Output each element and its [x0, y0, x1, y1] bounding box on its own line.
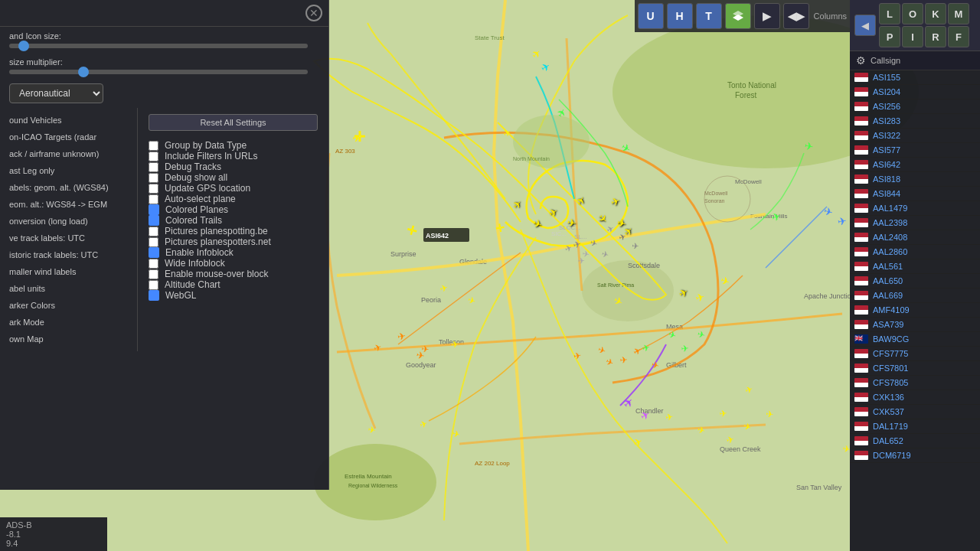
close-button[interactable]: ✕	[305, 5, 322, 21]
callsign-row-0[interactable]: ASI155	[850, 70, 980, 85]
callsign-text-3: ASI283	[873, 116, 900, 126]
callsign-row-7[interactable]: ASI818	[850, 172, 980, 187]
filter-O[interactable]: O	[902, 3, 923, 24]
size-multiplier-slider[interactable]	[9, 70, 308, 74]
left-item-3[interactable]: ast Leg only	[9, 165, 128, 177]
svg-text:✈: ✈	[641, 342, 651, 354]
callsign-row-23[interactable]: CXK537	[850, 405, 980, 419]
callsign-text-13: AAL561	[873, 262, 903, 271]
svg-text:✈: ✈	[632, 241, 639, 251]
checkbox-row-enable-infoblock: Enable Infoblock	[149, 247, 318, 258]
callsign-row-1[interactable]: ASI204	[850, 85, 980, 99]
btn-layers[interactable]	[725, 3, 751, 29]
reset-all-button[interactable]: Reset All Settings	[149, 114, 318, 131]
callsign-row-24[interactable]: DAL1719	[850, 419, 980, 434]
callsign-row-3[interactable]: ASI283	[850, 114, 980, 129]
svg-text:✈: ✈	[696, 424, 706, 436]
left-item-1[interactable]: on-ICAO Targets (radar	[9, 131, 128, 143]
settings-panel: ✕ and Icon size: size multiplier: Aerona…	[0, 0, 329, 490]
checkbox-altitude-chart[interactable]	[149, 280, 158, 290]
icon-size-slider[interactable]	[9, 44, 308, 48]
callsign-row-19[interactable]: CFS7775	[850, 347, 980, 361]
size-multiplier-thumb[interactable]	[78, 67, 89, 77]
callsign-row-10[interactable]: AAL2398	[850, 216, 980, 230]
left-item-5[interactable]: eom. alt.: WGS84 -> EGM	[9, 198, 128, 210]
checkbox-include-filters[interactable]	[149, 152, 158, 161]
svg-text:North Mountain: North Mountain	[513, 156, 550, 161]
left-item-2[interactable]: ack / airframe unknown)	[9, 148, 128, 160]
callsign-text-7: ASI818	[873, 174, 900, 184]
filter-L[interactable]: L	[879, 3, 900, 24]
callsign-row-22[interactable]: CXK136	[850, 390, 980, 405]
filter-K[interactable]: K	[925, 3, 946, 24]
filter-M[interactable]: M	[948, 3, 969, 24]
right-column: Reset All Settings Group by Data TypeInc…	[138, 108, 328, 351]
callsign-row-20[interactable]: CFS7801	[850, 361, 980, 376]
checkbox-label-debug-show-all: Debug show all	[165, 172, 227, 183]
callsign-row-17[interactable]: ASA739	[850, 318, 980, 332]
callsign-row-12[interactable]: AAL2860	[850, 245, 980, 259]
left-item-8[interactable]: istoric track labels: UTC	[9, 249, 128, 261]
callsign-row-18[interactable]: 🇬🇧BAW9CG	[850, 332, 980, 347]
checkbox-update-gps[interactable]	[149, 184, 158, 194]
callsign-row-6[interactable]: ASI642	[850, 158, 980, 172]
callsign-row-25[interactable]: DAL652	[850, 434, 980, 448]
checkbox-debug-tracks[interactable]	[149, 162, 158, 172]
svg-text:✈: ✈	[539, 60, 553, 75]
btn-split[interactable]: ◀▶	[783, 3, 809, 29]
checkbox-auto-select[interactable]	[149, 194, 158, 204]
callsign-row-11[interactable]: AAL2408	[850, 230, 980, 245]
left-item-13[interactable]: own Map	[9, 333, 128, 345]
svg-text:✈: ✈	[725, 434, 735, 446]
checkbox-wide-infoblock[interactable]	[149, 259, 158, 269]
checkbox-group-by-data[interactable]	[149, 141, 158, 151]
icon-size-row: and Icon size:	[0, 27, 328, 53]
svg-text:✈: ✈	[770, 210, 783, 224]
btn-u[interactable]: U	[638, 3, 664, 29]
flag-us	[854, 145, 868, 155]
filter-P[interactable]: P	[879, 26, 900, 47]
checkbox-label-wide-infoblock: Wide Infoblock	[165, 258, 225, 269]
btn-h[interactable]: H	[667, 3, 693, 29]
flag-us	[854, 393, 868, 402]
bottom-status-bar: ADS-B -8.1 9.4	[0, 517, 107, 551]
left-item-11[interactable]: arker Colors	[9, 299, 128, 311]
left-item-0[interactable]: ound Vehicles	[9, 114, 128, 126]
icon-size-thumb[interactable]	[18, 41, 29, 51]
filter-R[interactable]: R	[925, 26, 946, 47]
map-type-dropdown[interactable]: Aeronautical OpenStreetMap Terrain Satel…	[9, 83, 103, 103]
left-item-4[interactable]: abels: geom. alt. (WGS84)	[9, 181, 128, 194]
callsign-row-5[interactable]: ASI577	[850, 143, 980, 158]
callsign-row-4[interactable]: ASI322	[850, 129, 980, 143]
left-item-7[interactable]: ve track labels: UTC	[9, 232, 128, 244]
callsign-row-13[interactable]: AAL561	[850, 259, 980, 274]
callsign-row-8[interactable]: ASI844	[850, 187, 980, 201]
checkbox-debug-show-all[interactable]	[149, 173, 158, 183]
btn-forward[interactable]: ▶	[754, 3, 780, 29]
checkbox-row-debug-show-all: Debug show all	[149, 172, 318, 183]
callsign-back-button[interactable]: ◀	[854, 15, 876, 36]
checkbox-enable-mouseover[interactable]	[149, 269, 158, 279]
callsign-row-26[interactable]: DCM6719	[850, 448, 980, 463]
checkbox-row-webgl: WebGL	[149, 290, 318, 301]
callsign-panel-header: ◀ L O K M P I R F	[850, 0, 980, 51]
filter-F[interactable]: F	[948, 26, 969, 47]
callsign-row-15[interactable]: AAL669	[850, 289, 980, 303]
checkbox-pictures-be[interactable]	[149, 227, 158, 236]
callsign-row-9[interactable]: AAL1479	[850, 201, 980, 216]
ads-b-value2: 9.4	[6, 539, 101, 548]
left-item-10[interactable]: abel units	[9, 282, 128, 295]
filter-I[interactable]: I	[902, 26, 923, 47]
checkbox-pictures-net[interactable]	[149, 237, 158, 247]
gear-icon[interactable]: ⚙	[856, 54, 866, 67]
left-item-6[interactable]: onversion (long load)	[9, 215, 128, 227]
callsign-row-21[interactable]: CFS7805	[850, 376, 980, 390]
left-item-9[interactable]: maller wind labels	[9, 266, 128, 278]
map-type-row: Aeronautical OpenStreetMap Terrain Satel…	[0, 79, 328, 108]
callsign-row-14[interactable]: AAL650	[850, 274, 980, 289]
callsign-row-16[interactable]: AMF4109	[850, 303, 980, 318]
left-item-12[interactable]: ark Mode	[9, 316, 128, 328]
callsign-row-2[interactable]: ASI256	[850, 99, 980, 114]
checkbox-label-include-filters: Include Filters In URLs	[165, 151, 257, 161]
btn-t[interactable]: T	[696, 3, 722, 29]
